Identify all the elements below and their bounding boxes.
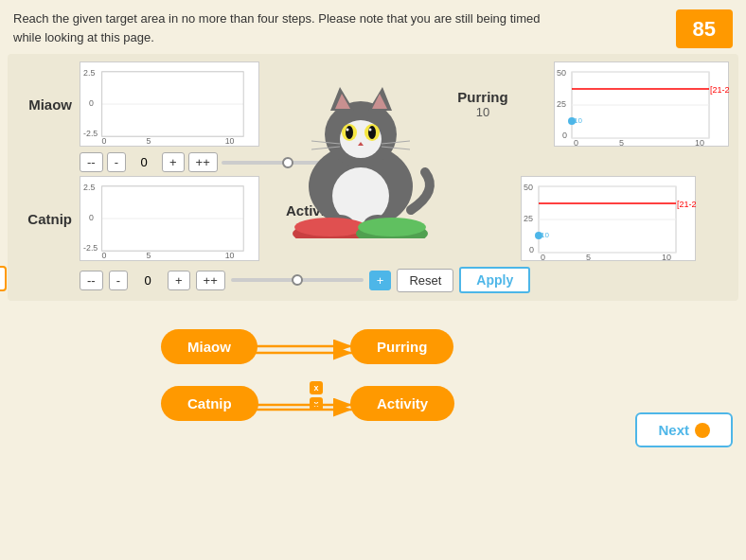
activity-count: 10	[352, 206, 365, 220]
svg-text:0: 0	[89, 213, 94, 222]
miaow-decrement-btn[interactable]: -	[107, 152, 126, 172]
catnip-decrement-btn[interactable]: -	[109, 271, 128, 290]
main-panel: Miaow 2.5 0 -2.5 0 5 10	[8, 54, 738, 301]
svg-text:10: 10	[574, 116, 582, 125]
svg-text:10: 10	[695, 138, 704, 148]
svg-text:50: 50	[524, 183, 533, 192]
catnip-chart: 2.5 0 -2.5 0 5 10	[80, 176, 259, 261]
catnip-value: 0	[133, 273, 162, 288]
catnip-controls-row: -- - 0 + ++ + Reset Apply	[80, 267, 729, 293]
svg-text:-2.5: -2.5	[83, 129, 98, 138]
miaow-plus-btn[interactable]: +	[358, 152, 381, 172]
purring-label: Purring	[457, 89, 507, 105]
miaow-controls: -- - 0 + ++ +	[80, 152, 729, 172]
svg-text:[21-23]: [21-23]	[710, 85, 730, 95]
miaow-row: Miaow 2.5 0 -2.5 0 5 10	[17, 61, 729, 147]
svg-text:2.5: 2.5	[83, 183, 95, 192]
next-icon	[695, 423, 710, 438]
catnip-plus-btn[interactable]: +	[369, 271, 392, 290]
activity-label: Activity	[286, 202, 337, 219]
connection-x-1[interactable]: x	[310, 381, 323, 394]
activity-chart: 50 25 0 0 5 10 [21-23] 10	[521, 176, 696, 261]
catnip-decrement2-btn[interactable]: --	[80, 271, 103, 290]
svg-text:-2.5: -2.5	[83, 243, 98, 253]
miaow-label: Miaow	[17, 96, 72, 113]
catnip-slider[interactable]	[231, 278, 364, 282]
instruction-text: Reach the given target area in no more t…	[13, 9, 562, 46]
miaow-increment2-btn[interactable]: ++	[188, 152, 218, 172]
svg-text:0: 0	[102, 251, 107, 260]
reset-button[interactable]: Reset	[397, 269, 453, 292]
help-button[interactable]: Help	[0, 266, 7, 291]
svg-text:2.5: 2.5	[83, 68, 95, 78]
catnip-node[interactable]: Catnip	[161, 386, 258, 421]
catnip-increment-btn[interactable]: +	[168, 271, 190, 290]
svg-text:5: 5	[619, 138, 624, 148]
svg-text:50: 50	[557, 68, 566, 78]
instruction-bar: Reach the given target area in no more t…	[0, 0, 746, 54]
miaow-count: 10	[476, 105, 489, 119]
svg-text:10: 10	[662, 253, 671, 262]
miaow-value: 0	[130, 155, 158, 169]
catnip-row: Catnip 2.5 0 -2.5 0 5 10 Activity 10	[17, 176, 729, 261]
svg-text:25: 25	[524, 214, 533, 223]
purring-chart: 50 25 0 0 5 10 [21-23] 10	[554, 61, 729, 147]
svg-text:0: 0	[574, 138, 578, 148]
svg-text:5: 5	[586, 253, 591, 262]
svg-text:0: 0	[562, 131, 567, 140]
next-button[interactable]: Next	[635, 412, 733, 447]
next-label: Next	[658, 422, 689, 438]
svg-text:0: 0	[89, 98, 94, 108]
svg-text:0: 0	[529, 245, 534, 254]
catnip-label: Catnip	[17, 211, 72, 227]
svg-text:10: 10	[225, 136, 235, 146]
svg-text:5: 5	[147, 251, 151, 260]
svg-text:5: 5	[147, 136, 151, 146]
svg-text:25: 25	[557, 99, 566, 109]
miaow-slider[interactable]	[222, 161, 354, 165]
svg-text:10: 10	[541, 231, 549, 239]
svg-text:0: 0	[102, 136, 107, 146]
score-badge: 85	[676, 9, 733, 48]
activity-node[interactable]: Activity	[350, 386, 454, 421]
svg-text:0: 0	[541, 253, 545, 262]
catnip-increment2-btn[interactable]: ++	[196, 271, 225, 290]
bottom-section: Miaow Catnip Purring Activity x x	[0, 310, 746, 457]
svg-text:10: 10	[225, 251, 235, 260]
miaow-chart: 2.5 0 -2.5 0 5 10	[80, 61, 259, 147]
svg-text:[21-23]: [21-23]	[677, 200, 697, 209]
miaow-increment-btn[interactable]: +	[162, 152, 185, 172]
connection-x-2[interactable]: x	[310, 397, 323, 411]
apply-button[interactable]: Apply	[459, 267, 530, 293]
purring-node[interactable]: Purring	[350, 329, 453, 364]
miaow-node[interactable]: Miaow	[161, 329, 258, 364]
miaow-decrement2-btn[interactable]: --	[80, 152, 103, 172]
